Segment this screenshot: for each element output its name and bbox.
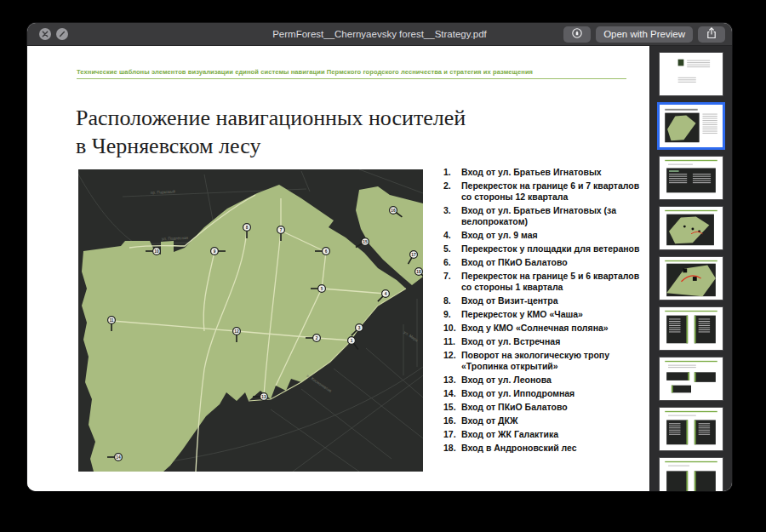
page-thumbnail-2[interactable]	[657, 102, 725, 150]
item-number: 18.	[443, 443, 456, 454]
close-button[interactable]	[39, 28, 51, 40]
page-thumbnail-3[interactable]	[659, 156, 723, 200]
svg-text:11: 11	[109, 318, 113, 323]
item-text: Вход от ЖК Галактика	[461, 429, 558, 439]
page-thumbnail-7[interactable]	[659, 357, 723, 401]
item-number: 6.	[443, 257, 451, 268]
pdf-page-view: Технические шаблоны элементов визуализац…	[27, 46, 649, 491]
page-thumbnail-5[interactable]	[659, 256, 723, 300]
nav-list-item: 18.Вход в Андроновский лес	[443, 443, 646, 454]
item-text: Вход от ул. Встречная	[461, 336, 560, 346]
item-number: 1.	[443, 167, 451, 178]
document-header: Технические шаблоны элементов визуализац…	[77, 68, 628, 76]
nav-list-item: 15.Вход от ПКиО Балатово	[443, 402, 646, 413]
item-number: 2.	[443, 180, 451, 192]
item-number: 14.	[443, 388, 456, 399]
item-text: Вход от ДКЖ	[461, 415, 517, 426]
nav-list-item: 4.Вход от ул. 9 мая	[443, 230, 646, 241]
svg-text:6: 6	[325, 249, 328, 254]
svg-text:18: 18	[416, 270, 421, 274]
nav-list-item: 6.Вход от ПКиО Балатово	[443, 257, 646, 268]
item-text: Вход от ул. Братьев Игнатовых (за велопр…	[461, 205, 616, 226]
item-number: 3.	[443, 205, 451, 216]
nav-list-item: 17.Вход от ЖК Галактика	[443, 429, 646, 440]
item-text: Вход от ул. Ипподромная	[461, 388, 574, 398]
nav-list-item: 12.Поворот на экологическую тропу «Тропи…	[443, 350, 646, 372]
markup-button[interactable]	[563, 26, 591, 43]
item-text: Перекресток у площадки для ветеранов	[461, 243, 639, 254]
item-number: 11.	[443, 336, 455, 347]
svg-text:13: 13	[261, 395, 266, 399]
item-number: 16.	[443, 415, 456, 426]
item-text: Вход у КМО «Солнечная поляна»	[461, 323, 609, 333]
quicklook-window: PermForest__Chernyaevsky forest__Strateg…	[27, 23, 732, 491]
svg-text:17: 17	[411, 253, 416, 257]
svg-text:5: 5	[321, 287, 323, 291]
svg-text:2: 2	[316, 336, 318, 340]
forest-map: пр. Парковыйул. Подлеснаяш. Космонавтову…	[78, 169, 423, 472]
svg-text:10: 10	[154, 249, 159, 254]
item-text: Перекресток на границе 5 и 6 кварталов с…	[461, 271, 639, 292]
page-title: Расположение навигационных носителей в Ч…	[76, 104, 501, 160]
open-with-preview-button[interactable]: Open with Preview	[596, 26, 693, 43]
fullscreen-button[interactable]	[56, 28, 68, 40]
item-text: Вход от ул. 9 мая	[461, 230, 538, 240]
item-text: Вход от ПКиО Балатово	[461, 402, 568, 412]
svg-text:9: 9	[214, 249, 216, 254]
thumbnail-sidebar	[649, 46, 732, 491]
svg-text:14: 14	[116, 455, 121, 460]
nav-list: 1.Вход от ул. Братьев Игнатовых2.Перекре…	[443, 167, 646, 456]
svg-text:12: 12	[234, 329, 239, 334]
item-text: Вход от ул. Братьев Игнатовых	[461, 167, 602, 177]
nav-list-item: 7.Перекресток на границе 5 и 6 кварталов…	[443, 271, 646, 293]
item-number: 8.	[443, 295, 451, 306]
page-thumbnail-1[interactable]	[659, 52, 723, 96]
item-number: 17.	[443, 429, 456, 440]
item-number: 15.	[443, 402, 456, 413]
nav-list-item: 16.Вход от ДКЖ	[443, 415, 646, 426]
share-button[interactable]	[698, 26, 725, 43]
item-text: Вход в Андроновский лес	[461, 443, 577, 453]
svg-text:1: 1	[351, 339, 353, 343]
svg-text:4: 4	[385, 292, 387, 296]
nav-list-item: 5.Перекресток у площадки для ветеранов	[443, 243, 646, 255]
nav-list-item: 3.Вход от ул. Братьев Игнатовых (за вело…	[443, 205, 646, 227]
item-text: Поворот на экологическую тропу «Тропинка…	[461, 350, 609, 371]
nav-list-item: 1.Вход от ул. Братьев Игнатовых	[443, 167, 646, 178]
item-number: 4.	[443, 230, 451, 241]
nav-list-item: 11.Вход от ул. Встречная	[443, 336, 646, 347]
item-number: 13.	[443, 375, 456, 386]
nav-list-item: 10.Вход у КМО «Солнечная поляна»	[443, 323, 646, 334]
item-number: 5.	[443, 243, 451, 255]
item-text: Вход от ПКиО Балатово	[461, 257, 568, 267]
item-text: Вход от Визит-центра	[461, 295, 557, 306]
nav-list-item: 13.Вход от ул. Леонова	[443, 375, 646, 386]
share-icon	[706, 27, 717, 41]
svg-text:16: 16	[391, 209, 396, 213]
item-text: Перекресток у КМО «Чаша»	[461, 309, 583, 319]
svg-text:8: 8	[246, 226, 249, 230]
item-number: 10.	[443, 323, 456, 334]
page-thumbnail-8[interactable]	[659, 407, 723, 451]
titlebar[interactable]: PermForest__Chernyaevsky forest__Strateg…	[27, 23, 732, 46]
nav-list-item: 14.Вход от ул. Ипподромная	[443, 388, 646, 399]
svg-text:3: 3	[358, 326, 361, 330]
item-number: 9.	[443, 309, 451, 320]
nav-list-item: 9.Перекресток у КМО «Чаша»	[443, 309, 646, 320]
nav-list-item: 8.Вход от Визит-центра	[443, 295, 646, 306]
item-text: Вход от ул. Леонова	[461, 375, 552, 385]
slash-circle-icon	[59, 31, 66, 37]
item-text: Перекресток на границе 6 и 7 кварталов с…	[461, 180, 639, 202]
svg-text:15: 15	[363, 240, 368, 244]
page-thumbnail-6[interactable]	[659, 306, 723, 351]
header-rule	[77, 78, 626, 79]
nav-list-item: 2.Перекресток на границе 6 и 7 кварталов…	[443, 180, 646, 203]
page-thumbnail-9[interactable]	[659, 457, 723, 491]
markup-pen-icon	[571, 27, 583, 41]
close-icon	[42, 31, 49, 37]
item-number: 7.	[443, 271, 451, 282]
item-number: 12.	[443, 350, 456, 361]
svg-text:7: 7	[280, 228, 283, 232]
page-thumbnail-4[interactable]	[659, 206, 723, 250]
